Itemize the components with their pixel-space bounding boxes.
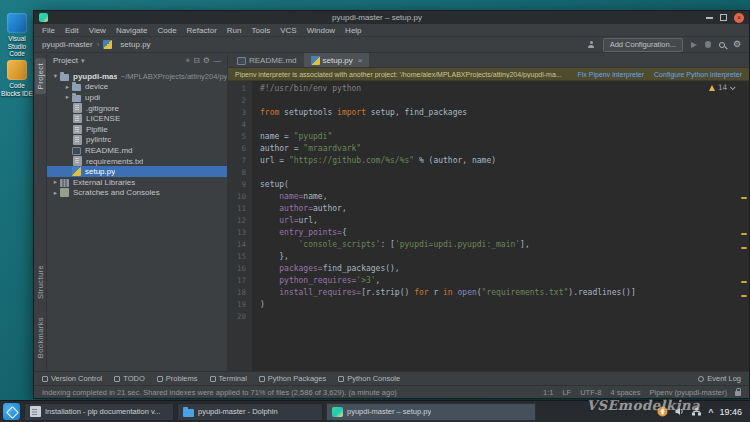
code-text[interactable]: name=name, — [252, 191, 327, 203]
run-icon[interactable] — [691, 42, 697, 48]
code-text[interactable]: url=url, — [252, 215, 318, 227]
code-text[interactable]: #!/usr/bin/env python — [252, 83, 361, 95]
toolwindow-button-python-packages[interactable]: Python Packages — [259, 374, 326, 383]
tree-item-readme-md[interactable]: README.md — [47, 145, 227, 156]
tree-item-updi[interactable]: ▸updi — [47, 92, 227, 103]
tree-item-requirements-txt[interactable]: requirements.txt — [47, 156, 227, 167]
tree-item-gitignore[interactable]: .gitignore — [47, 103, 227, 114]
updates-icon[interactable] — [657, 406, 668, 417]
menu-item-window[interactable]: Window — [302, 26, 340, 35]
search-everywhere-icon[interactable] — [719, 42, 725, 48]
configure-interpreter-link[interactable]: Configure Python interpreter — [654, 71, 742, 78]
toolwindow-button-problems[interactable]: Problems — [157, 374, 198, 383]
project-panel-title[interactable]: Project — [53, 56, 78, 65]
tree-item-scratches-and-consoles[interactable]: ▸Scratches and Consoles — [47, 188, 227, 199]
volume-icon[interactable] — [674, 406, 685, 417]
menu-item-help[interactable]: Help — [340, 26, 366, 35]
hide-panel-icon[interactable]: — — [213, 56, 221, 65]
toolwindow-button-python-console[interactable]: Python Console — [338, 374, 400, 383]
fix-pipenv-link[interactable]: Fix Pipenv interpreter — [578, 71, 645, 78]
status-pipenv-pyupdi-master[interactable]: Pipenv (pyupdi-master) — [649, 388, 727, 397]
code-text[interactable]: author = "mraardvark" — [252, 143, 361, 155]
debug-icon[interactable] — [705, 41, 711, 48]
status-utf-8[interactable]: UTF-8 — [580, 388, 601, 397]
status-1-1[interactable]: 1:1 — [543, 388, 553, 397]
tree-item-pyupdi-master[interactable]: ▾pyupdi-master~/MPLABXProjects/attiny204… — [47, 71, 227, 82]
code-text[interactable]: install_requires=[r.strip() for r in ope… — [252, 287, 636, 299]
status-lf[interactable]: LF — [562, 388, 571, 397]
tree-item-external-libraries[interactable]: ▸External Libraries — [47, 177, 227, 188]
code-text[interactable]: setup( — [252, 179, 289, 191]
menu-item-run[interactable]: Run — [222, 26, 247, 35]
minimize-icon[interactable] — [706, 17, 713, 19]
network-icon[interactable] — [691, 406, 702, 417]
menu-item-navigate[interactable]: Navigate — [111, 26, 153, 35]
code-text[interactable] — [252, 167, 260, 179]
panel-settings-icon[interactable]: ⚙ — [203, 56, 210, 65]
close-tab-icon[interactable]: × — [358, 56, 363, 65]
toolwindow-button-version-control[interactable]: Version Control — [42, 374, 102, 383]
warning-stripe-mark[interactable] — [741, 233, 747, 235]
code-text[interactable]: name = "pyupdi" — [252, 131, 332, 143]
app-launcher-icon[interactable] — [3, 403, 20, 420]
desktop-icon-vscode[interactable]: Visual Studio Code — [0, 13, 34, 58]
toolwindow-button-terminal[interactable]: Terminal — [210, 374, 247, 383]
tab-setup-py[interactable]: setup.py× — [304, 53, 370, 67]
code-text[interactable] — [252, 119, 260, 131]
breadcrumb-project[interactable]: pyupdi-master — [42, 40, 93, 49]
warning-stripe-mark[interactable] — [741, 295, 747, 297]
tree-item-device[interactable]: ▸device — [47, 82, 227, 93]
tab-readme-md[interactable]: README.md — [230, 53, 304, 67]
menu-item-file[interactable]: File — [37, 26, 60, 35]
chevron-right-icon[interactable]: ▸ — [63, 93, 72, 101]
locate-file-icon[interactable]: ⌖ — [186, 56, 191, 66]
code-text[interactable]: entry_points={ — [252, 227, 347, 239]
code-text[interactable]: packages=find_packages(), — [252, 263, 400, 275]
tree-item-setup-py[interactable]: setup.py — [47, 166, 227, 177]
chevron-down-icon[interactable]: ▾ — [51, 72, 60, 80]
stripe-structure-button[interactable]: Structure — [35, 260, 46, 304]
settings-gear-icon[interactable]: ⚙ — [733, 40, 741, 49]
code-text[interactable]: 'console_scripts': ['pyupdi=updi.pyupdi:… — [252, 239, 530, 251]
tree-item-pipfile[interactable]: Pipfile — [47, 124, 227, 135]
tree-item-pylintrc[interactable]: pylintrc — [47, 135, 227, 146]
code-text[interactable]: url = "https://github.com/%s/%s" % (auth… — [252, 155, 496, 167]
chevron-right-icon[interactable]: ▸ — [63, 83, 72, 91]
inspections-widget[interactable]: 14 — [709, 83, 734, 92]
tree-item-license[interactable]: LICENSE — [47, 113, 227, 124]
code-text[interactable]: ) — [252, 299, 265, 311]
menu-item-view[interactable]: View — [84, 26, 111, 35]
menu-item-refactor[interactable]: Refactor — [182, 26, 222, 35]
status-4-spaces[interactable]: 4 spaces — [610, 388, 640, 397]
close-icon[interactable]: × — [734, 13, 744, 23]
event-log-button[interactable]: Event Log — [698, 374, 741, 383]
chevron-down-icon[interactable]: ▾ — [81, 57, 85, 65]
warning-stripe-mark[interactable] — [741, 281, 747, 283]
breadcrumb-file[interactable]: setup.py — [120, 40, 150, 49]
toolwindow-button-todo[interactable]: TODO — [114, 374, 145, 383]
maximize-icon[interactable] — [720, 14, 727, 21]
task-button-2[interactable]: pyupdi-master - Dolphin — [177, 403, 323, 421]
code-text[interactable]: }, — [252, 251, 289, 263]
desktop-icon-codeblocks[interactable]: Code Blocks IDE — [0, 60, 34, 97]
code-text[interactable]: from setuptools import setup, find_packa… — [252, 107, 467, 119]
menu-item-code[interactable]: Code — [152, 26, 181, 35]
menu-item-vcs[interactable]: VCS — [275, 26, 301, 35]
add-configuration-button[interactable]: Add Configuration... — [603, 38, 683, 52]
code-text[interactable]: python_requires='>3', — [252, 275, 380, 287]
code-editor[interactable]: 1#!/usr/bin/env python23from setuptools … — [228, 81, 749, 371]
collapse-all-icon[interactable]: ⊟ — [193, 56, 200, 65]
warning-stripe-mark[interactable] — [741, 247, 747, 249]
title-bar[interactable]: pyupdi-master – setup.py × — [34, 11, 749, 24]
chevron-right-icon[interactable]: ▸ — [51, 178, 60, 186]
stripe-project-button[interactable]: Project — [35, 58, 46, 94]
menu-item-tools[interactable]: Tools — [247, 26, 276, 35]
user-icon[interactable] — [588, 41, 595, 48]
warning-stripe-mark[interactable] — [741, 197, 747, 199]
task-button-3[interactable]: pyupdi-master – setup.py — [326, 403, 536, 421]
clock[interactable]: 19:46 — [719, 407, 742, 417]
unlock-icon[interactable] — [735, 391, 741, 396]
task-button-1[interactable]: Installation - pip documentation v... — [24, 403, 174, 421]
chevron-right-icon[interactable]: ▸ — [51, 189, 60, 197]
expand-tray-icon[interactable]: ^ — [708, 408, 713, 416]
